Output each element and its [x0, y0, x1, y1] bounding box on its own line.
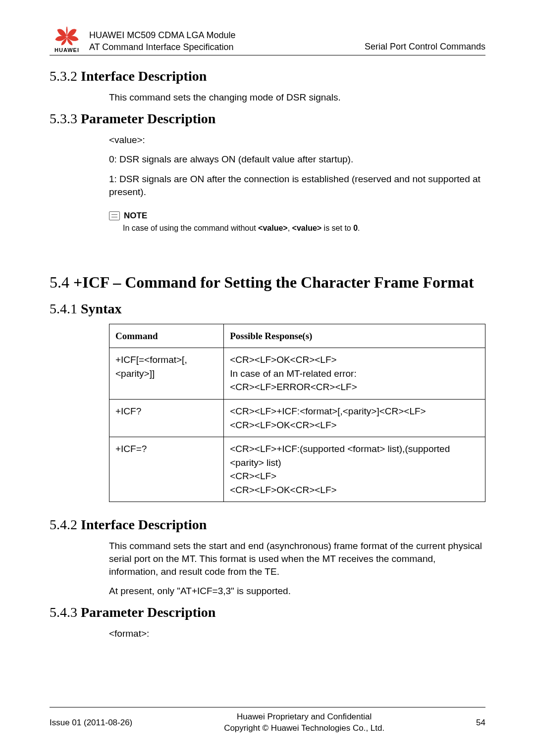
header-section-name: Serial Port Control Commands	[365, 42, 485, 53]
note-icon	[109, 211, 120, 220]
heading-5-4: 5.4 +ICF – Command for Setting the Chara…	[50, 272, 485, 292]
heading-5-3-2: 5.3.2 Interface Description	[50, 68, 485, 84]
syntax-table: Command Possible Response(s) +ICF[=<form…	[109, 324, 485, 502]
note-block: NOTE In case of using the command withou…	[109, 211, 485, 234]
paragraph: 1: DSR signals are ON after the connecti…	[109, 173, 485, 198]
footer-center: Huawei Proprietary and Confidential Copy…	[132, 711, 476, 734]
huawei-logo: HUAWEI	[50, 26, 84, 53]
table-header-row: Command Possible Response(s)	[109, 324, 485, 348]
logo-text: HUAWEI	[54, 47, 79, 53]
page-number: 54	[476, 718, 485, 728]
table-header: Command	[109, 324, 224, 348]
table-header: Possible Response(s)	[224, 324, 485, 348]
heading-5-4-3: 5.4.3 Parameter Description	[50, 605, 485, 620]
heading-5-3-3: 5.3.3 Parameter Description	[50, 111, 485, 127]
table-cell: +ICF=?	[109, 437, 224, 502]
footer-issue: Issue 01 (2011-08-26)	[50, 718, 132, 728]
doc-title-line2: AT Command Interface Specification	[89, 42, 365, 53]
table-cell: +ICF?	[109, 399, 224, 437]
paragraph: 0: DSR signals are always ON (default va…	[109, 153, 485, 166]
paragraph: <value>:	[109, 134, 485, 147]
huawei-petal-icon	[53, 26, 81, 47]
paragraph: <format>:	[109, 627, 485, 640]
heading-5-4-2: 5.4.2 Interface Description	[50, 517, 485, 533]
paragraph: This command sets the start and end (asy…	[109, 540, 485, 578]
heading-5-4-1: 5.4.1 Syntax	[50, 301, 485, 317]
doc-title-line1: HUAWEI MC509 CDMA LGA Module	[89, 30, 365, 41]
note-header: NOTE	[109, 211, 485, 221]
table-row: +ICF[=<format>[,<parity>]] <CR><LF>OK<CR…	[109, 348, 485, 400]
page-footer: Issue 01 (2011-08-26) Huawei Proprietary…	[50, 707, 485, 734]
note-label: NOTE	[124, 211, 147, 221]
table-row: +ICF=? <CR><LF>+ICF:(supported <format> …	[109, 437, 485, 502]
footer-rule	[50, 707, 485, 707]
table-row: +ICF? <CR><LF>+ICF:<format>[,<parity>]<C…	[109, 399, 485, 437]
paragraph: At present, only "AT+ICF=3,3" is support…	[109, 585, 485, 598]
table-cell: +ICF[=<format>[,<parity>]]	[109, 348, 224, 400]
header-titles: HUAWEI MC509 CDMA LGA Module AT Command …	[89, 30, 365, 53]
paragraph: This command sets the changing mode of D…	[109, 91, 485, 104]
note-text: In case of using the command without <va…	[123, 223, 485, 234]
table-cell: <CR><LF>+ICF:(supported <format> list),(…	[224, 437, 485, 502]
page-header: HUAWEI HUAWEI MC509 CDMA LGA Module AT C…	[50, 26, 485, 55]
table-cell: <CR><LF>OK<CR><LF> In case of an MT-rela…	[224, 348, 485, 400]
table-cell: <CR><LF>+ICF:<format>[,<parity>]<CR><LF>…	[224, 399, 485, 437]
